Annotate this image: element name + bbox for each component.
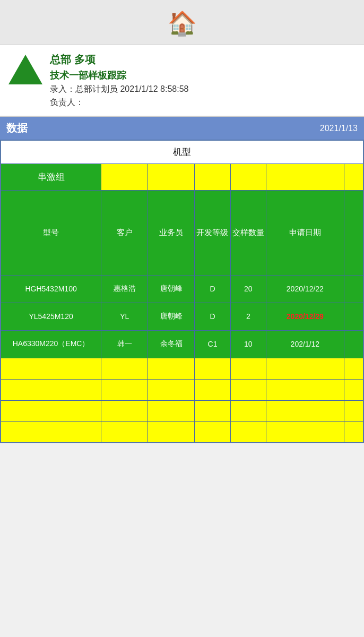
yellow-row1-cell1 (1, 358, 101, 379)
col-header-qty: 交样数量 (230, 190, 266, 275)
row2-salesperson: 唐朝峰 (148, 303, 195, 330)
yellow-row3-cell2 (101, 400, 148, 421)
yellow-row1-cell5 (230, 358, 266, 379)
row1-applydate: 2020/12/22 (266, 275, 344, 303)
yellow-row4-cell2 (101, 421, 148, 443)
table-row (1, 379, 363, 400)
yellow-row3-cell6 (266, 400, 344, 421)
col-header-extra (344, 190, 363, 275)
yellow-row4-cell3 (148, 421, 195, 443)
row1-customer: 惠格浩 (101, 275, 148, 303)
col-header-applydate: 申请日期 (266, 190, 344, 275)
col-header-model: 型号 (1, 190, 101, 275)
yellow-row2-cell4 (195, 379, 230, 400)
yellow-row4-cell1 (1, 421, 101, 443)
col-header-customer: 客户 (101, 190, 148, 275)
yellow-row3-cell4 (195, 400, 230, 421)
chuanjizu-cell6 (344, 163, 363, 190)
yellow-row2-cell5 (230, 379, 266, 400)
row3-devlevel: C1 (195, 330, 230, 358)
table-row (1, 421, 363, 443)
row1-model: HGH5432M100 (1, 275, 101, 303)
machine-type-row: 机型 (1, 140, 363, 163)
info-line1: 总部 多项 (50, 53, 188, 67)
row2-extra (344, 303, 363, 330)
home-icon[interactable]: 🏠 (168, 10, 197, 37)
info-line2: 技术一部样板跟踪 (50, 69, 188, 82)
row2-customer: YL (101, 303, 148, 330)
yellow-row4-cell7 (344, 421, 363, 443)
row3-extra (344, 330, 363, 358)
yellow-row2-cell3 (148, 379, 195, 400)
data-section-title: 数据 (6, 121, 28, 135)
yellow-row1-cell6 (266, 358, 344, 379)
chuanjizu-label: 串激组 (1, 163, 101, 190)
col-headers-row: 型号 客户 业务员 开发等级 交样数量 申请日期 (1, 190, 363, 275)
row2-applydate: 2020/12/29 (266, 303, 344, 330)
table-row: HA6330M220（EMC） 韩一 余冬福 C1 10 202/1/12 (1, 330, 363, 358)
col-header-salesperson: 业务员 (148, 190, 195, 275)
yellow-row1-cell3 (148, 358, 195, 379)
info-section: 总部 多项 技术一部样板跟踪 录入：总部计划员 2021/1/12 8:58:5… (0, 45, 364, 117)
triangle-icon (8, 55, 42, 84)
yellow-row4-cell6 (266, 421, 344, 443)
row3-customer: 韩一 (101, 330, 148, 358)
table-row: HGH5432M100 惠格浩 唐朝峰 D 20 2020/12/22 (1, 275, 363, 303)
data-section-date: 2021/1/13 (320, 124, 358, 133)
row2-devlevel: D (195, 303, 230, 330)
header: 🏠 (0, 0, 364, 45)
chuanjizu-cell2 (148, 163, 195, 190)
data-section: 数据 2021/1/13 机型 串激组 型号 客户 业务 (0, 117, 364, 443)
row3-qty: 10 (230, 330, 266, 358)
row3-salesperson: 余冬福 (148, 330, 195, 358)
table-row: YL5425M120 YL 唐朝峰 D 2 2020/12/29 (1, 303, 363, 330)
info-text-block: 总部 多项 技术一部样板跟踪 录入：总部计划员 2021/1/12 8:58:5… (50, 53, 188, 108)
chuanjizu-cell4 (230, 163, 266, 190)
yellow-row1-cell7 (344, 358, 363, 379)
row1-salesperson: 唐朝峰 (148, 275, 195, 303)
yellow-row3-cell7 (344, 400, 363, 421)
row1-qty: 20 (230, 275, 266, 303)
yellow-row2-cell1 (1, 379, 101, 400)
chuanjizu-row: 串激组 (1, 163, 363, 190)
table-row (1, 358, 363, 379)
col-header-devlevel: 开发等级 (195, 190, 230, 275)
data-header-bar: 数据 2021/1/13 (0, 117, 364, 140)
yellow-row3-cell1 (1, 400, 101, 421)
row2-model: YL5425M120 (1, 303, 101, 330)
machine-type-label: 机型 (1, 140, 363, 163)
row3-model: HA6330M220（EMC） (1, 330, 101, 358)
yellow-row1-cell4 (195, 358, 230, 379)
yellow-row4-cell5 (230, 421, 266, 443)
row3-applydate: 202/1/12 (266, 330, 344, 358)
yellow-row3-cell5 (230, 400, 266, 421)
table-row (1, 400, 363, 421)
chuanjizu-cell1 (101, 163, 148, 190)
info-line4: 负责人： (50, 97, 188, 108)
yellow-row2-cell7 (344, 379, 363, 400)
row1-extra (344, 275, 363, 303)
info-line3: 录入：总部计划员 2021/1/12 8:58:58 (50, 84, 188, 95)
chuanjizu-cell3 (195, 163, 230, 190)
yellow-row2-cell6 (266, 379, 344, 400)
row2-qty: 2 (230, 303, 266, 330)
chuanjizu-cell5 (266, 163, 344, 190)
yellow-row1-cell2 (101, 358, 148, 379)
yellow-row2-cell2 (101, 379, 148, 400)
yellow-row3-cell3 (148, 400, 195, 421)
main-table: 机型 串激组 型号 客户 业务员 开发等级 交 (0, 140, 364, 443)
row1-devlevel: D (195, 275, 230, 303)
yellow-row4-cell4 (195, 421, 230, 443)
